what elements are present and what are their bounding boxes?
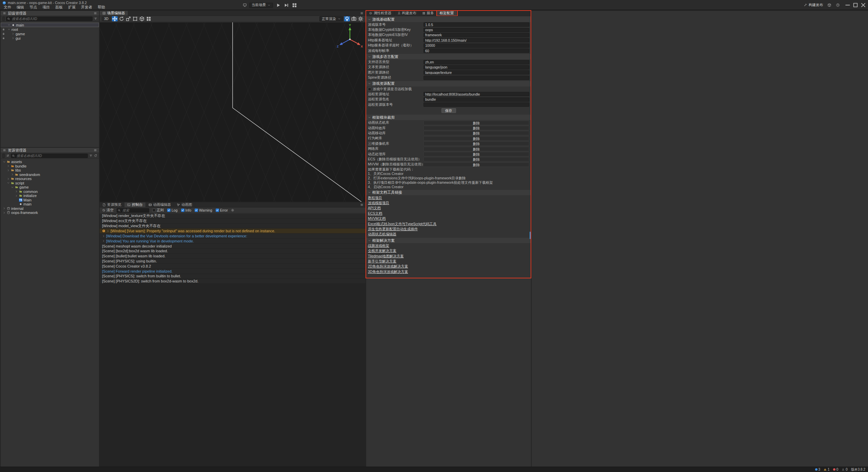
solution-link[interactable]: Tiledmap地图解决方案 <box>368 254 404 259</box>
menu-item-panel[interactable]: 面板 <box>53 5 65 10</box>
docs-link[interactable]: 游戏模板项目 <box>368 201 389 205</box>
sort-icon[interactable] <box>6 154 9 157</box>
log-row[interactable]: [Scene] [PHYSICS]: switch from builtin t… <box>100 274 366 279</box>
console-settings-icon[interactable] <box>231 209 234 212</box>
hierarchy-node-root[interactable]: root <box>1 27 99 32</box>
assets-node-libs[interactable]: libs <box>1 168 99 173</box>
assets-node-initialize[interactable]: initialize <box>1 194 99 198</box>
hierarchy-search-input[interactable] <box>6 17 93 21</box>
assets-node-resources[interactable]: resources <box>1 177 99 181</box>
status-error-count[interactable]: 0 <box>833 468 839 471</box>
preview-device-icon[interactable] <box>243 3 247 7</box>
tab-animation-editor[interactable]: 动画编辑器 <box>146 202 174 207</box>
delete-button[interactable]: 删除 <box>423 147 529 151</box>
console-search-input[interactable] <box>117 208 149 213</box>
filter-log[interactable]: Log <box>167 208 178 212</box>
log-row[interactable]: [Scene] Forward render pipeline initiali… <box>100 269 366 274</box>
scene-select-dropdown[interactable]: 当前场景 <box>249 3 273 8</box>
menu-item-file[interactable]: 文件 <box>1 5 14 10</box>
field-input[interactable] <box>423 92 529 96</box>
delete-button[interactable]: 删除 <box>423 141 529 146</box>
assets-node-internal[interactable]: internal <box>1 206 99 211</box>
field-input[interactable] <box>423 65 529 70</box>
solution-link[interactable]: 战旗游戏框架 <box>368 243 389 248</box>
field-input[interactable] <box>423 28 529 32</box>
assets-search-input[interactable] <box>11 154 88 158</box>
field-input[interactable] <box>423 97 529 102</box>
menu-icon[interactable] <box>360 12 363 15</box>
solution-link[interactable]: 2D角色扮演游戏解决方案 <box>368 264 408 269</box>
solution-link[interactable]: 3D角色扮演游戏解决方案 <box>368 270 408 274</box>
assets-node-Main[interactable]: TSMain <box>1 198 99 202</box>
refresh-icon[interactable] <box>94 154 97 157</box>
inspector-scrollbar[interactable] <box>530 232 531 239</box>
add-asset-button[interactable] <box>2 154 5 158</box>
filter-regex[interactable]: 正则 <box>152 208 164 213</box>
assets-node-oops-framework[interactable]: oops-framework <box>1 211 99 215</box>
filter-icon[interactable] <box>89 154 93 157</box>
save-button[interactable]: 保存 <box>441 108 456 113</box>
log-row[interactable]: [Scene] meshopt wasm decoder initialized <box>100 244 366 249</box>
delete-button[interactable]: 删除 <box>423 162 529 167</box>
tab-inspector[interactable]: 属性检查器 <box>366 11 395 16</box>
docs-link[interactable]: MVVM文档 <box>368 216 386 221</box>
log-row[interactable]: [Scene] [PHYSICS]: using builtin. <box>100 259 366 264</box>
filter-error[interactable]: Error <box>216 208 228 212</box>
hierarchy-node-gui[interactable]: gui <box>1 36 99 40</box>
log-row[interactable]: [Window] model_view文件夹不存在 <box>100 224 366 229</box>
tab-framework-config[interactable]: 框架配置 <box>437 11 457 16</box>
menu-icon[interactable] <box>94 149 97 152</box>
section-res-header[interactable]: 游戏资源配置 <box>366 81 531 86</box>
build-publish-button[interactable]: 构建发布 <box>804 3 823 7</box>
minimize-button[interactable] <box>844 2 851 8</box>
field-input[interactable] <box>423 76 529 80</box>
menu-icon[interactable] <box>94 12 97 15</box>
field-input[interactable] <box>423 33 529 37</box>
field-input[interactable] <box>423 60 529 64</box>
filter-warning[interactable]: Warning <box>195 208 212 212</box>
tab-scene-editor[interactable]: 场景编辑器 <box>100 11 128 16</box>
assets-node-bundle[interactable]: bundle <box>1 164 99 169</box>
log-row[interactable]: [Window] You are running Vue in developm… <box>100 239 366 244</box>
field-input[interactable] <box>423 43 529 48</box>
status-task-count[interactable]: 0 <box>842 468 848 471</box>
rotate-tool-icon[interactable] <box>119 16 124 21</box>
log-row[interactable]: [Window] [Vue warn]: Property "onInput" … <box>100 229 366 234</box>
docs-link[interactable]: 原生包热更新配置自动生成插件 <box>368 227 418 232</box>
docs-link[interactable]: 动画状态机编辑器 <box>368 232 396 237</box>
docs-link[interactable]: ECS文档 <box>368 211 382 216</box>
clear-console-button[interactable]: 清空 <box>102 208 114 213</box>
solution-link[interactable]: 新手引导解决方案 <box>368 259 396 264</box>
log-row[interactable]: [Scene] Cocos Creator v3.8.2 <box>100 264 366 269</box>
docs-link[interactable]: 教程项目 <box>368 196 382 200</box>
help-icon[interactable] <box>836 3 840 7</box>
menu-item-project[interactable]: 项目 <box>40 5 53 10</box>
delete-button[interactable]: 删除 <box>423 157 529 161</box>
scene-viewport[interactable]: Y X Z <box>100 22 366 202</box>
render-mode-select[interactable]: 正常渲染 <box>319 16 343 21</box>
delete-button[interactable]: 删除 <box>423 131 529 135</box>
assets-node-common[interactable]: common <box>1 190 99 194</box>
move-tool-icon[interactable] <box>112 16 118 21</box>
add-node-button[interactable] <box>2 17 5 21</box>
tab-build[interactable]: 构建发布 <box>395 11 419 16</box>
tab-console[interactable]: 控制台 <box>124 202 146 207</box>
menu-item-extension[interactable]: 扩展 <box>65 5 78 10</box>
menu-item-developer[interactable]: 开发者 <box>78 5 95 10</box>
menu-item-edit[interactable]: 编辑 <box>14 5 27 10</box>
docs-link[interactable]: Excel格式转Json文件与TypeScript代码工具 <box>368 222 436 227</box>
lighting-toggle-icon[interactable] <box>344 16 350 21</box>
scale-tool-icon[interactable] <box>125 16 131 21</box>
section-basic-header[interactable]: 游戏基础配置 <box>366 17 531 22</box>
assets-node-game[interactable]: game <box>1 185 99 190</box>
rect-tool-icon[interactable] <box>132 16 138 21</box>
delete-button[interactable]: 删除 <box>423 136 529 141</box>
axis-gizmo[interactable]: Y X Z <box>335 23 363 52</box>
delete-button[interactable]: 删除 <box>423 121 529 125</box>
section-modules-header[interactable]: 框架模块裁剪 <box>366 115 531 120</box>
mode-3d-button[interactable]: 3D <box>102 17 111 21</box>
log-row[interactable]: [Window] Download the Vue Devtools exten… <box>100 234 366 239</box>
close-button[interactable] <box>860 2 867 8</box>
tab-animation-graph[interactable]: 动画图 <box>174 202 195 207</box>
field-input[interactable] <box>423 22 529 27</box>
